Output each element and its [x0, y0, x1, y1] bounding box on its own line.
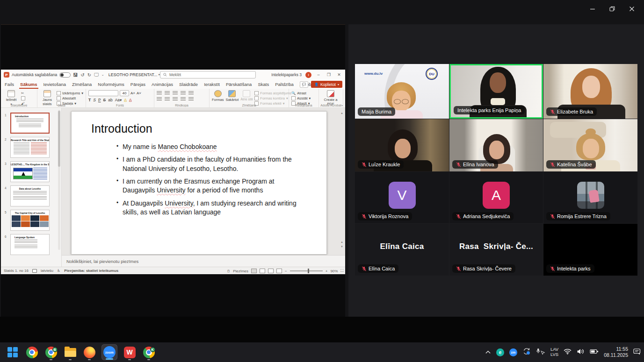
save-icon[interactable]: 🖫 — [73, 72, 78, 78]
align-right-icon[interactable] — [173, 97, 178, 101]
tab-parskatisana[interactable]: Pārskatīšana — [226, 81, 252, 88]
avatar-tile-adriana-sedjukevica[interactable]: A Adriana Sedjukeviča — [449, 172, 543, 223]
slide-canvas[interactable]: Introduction My name is Maneo Chobokoane… — [71, 111, 327, 255]
tab-ievietosana[interactable]: Ievietošana — [43, 81, 66, 88]
thumbnail-scrollbar[interactable] — [58, 110, 60, 250]
tab-sakums[interactable]: Sākums — [20, 81, 37, 88]
close-icon[interactable] — [626, 4, 637, 14]
language-indicator[interactable]: latviešu — [41, 269, 53, 273]
numbering-icon[interactable] — [165, 91, 170, 95]
video-tile-elina-ivanova[interactable]: Elīna Ivanova — [449, 119, 543, 171]
firefox-icon[interactable] — [82, 344, 96, 361]
align-center-icon[interactable] — [165, 97, 170, 101]
video-tile-intelekta-parks-dark[interactable]: Intelekta parks — [543, 224, 637, 276]
font-color-icon[interactable]: A̲ — [129, 98, 132, 102]
layout-button[interactable]: Izkārtojums ▾ — [57, 91, 83, 95]
start-button[interactable] — [6, 344, 20, 361]
reset-button[interactable]: Atiestatīt — [57, 96, 83, 100]
notes-toggle[interactable]: Piezīmes — [233, 269, 248, 273]
volume-icon[interactable] — [577, 348, 585, 356]
ppt-restore-button[interactable]: ❐ — [326, 72, 332, 77]
wifi-icon[interactable] — [564, 348, 572, 356]
shrink-font-icon[interactable]: A˅ — [137, 91, 141, 95]
present-icon[interactable]: 🖵 — [94, 72, 99, 78]
tab-slaidrade[interactable]: Slaidrāde — [179, 81, 198, 88]
zoom-out-button[interactable]: − — [285, 269, 287, 273]
video-tile-maija-burima[interactable]: www.du.lv DU Maija Burima — [355, 64, 449, 119]
slide-sorter-view-button[interactable] — [260, 269, 265, 273]
video-tile-enija-papina-active-speaker[interactable]: Intelekta parks Enija Papiņa — [449, 64, 543, 119]
change-case-icon[interactable]: Aa▾ — [115, 98, 122, 102]
previous-slide-button[interactable]: ▲ — [340, 240, 344, 244]
avatar-tile-romija-estrere-trizna[interactable]: Romija Estrere Trizna — [543, 172, 637, 223]
grow-font-icon[interactable]: A˄ — [130, 91, 135, 95]
name-tile-elina-caica[interactable]: Elīna Caica Elīna Caica — [355, 224, 449, 276]
columns-icon[interactable] — [188, 97, 194, 101]
minimize-button[interactable] — [587, 4, 598, 14]
bold-button[interactable]: T — [88, 98, 91, 102]
tab-skats[interactable]: Skats — [258, 81, 269, 88]
align-left-icon[interactable] — [157, 97, 162, 101]
font-name-input[interactable] — [88, 90, 118, 96]
eset-tray-icon[interactable]: e — [496, 348, 504, 356]
italic-button[interactable]: S — [93, 98, 96, 102]
zoom-tray-icon[interactable]: zm — [509, 348, 517, 356]
chrome-profile-b-icon[interactable]: B — [44, 344, 58, 361]
thumbnail-slide-3[interactable]: 3 LESOTHO..., The Kingdom in the Sky — [5, 161, 50, 182]
notes-toggle-icon[interactable]: 🗒 — [227, 270, 230, 273]
collapse-ribbon-icon[interactable]: ⌄ — [340, 103, 344, 107]
thumbnail-slide-6[interactable]: 6 Language Spoken — [5, 234, 50, 255]
chrome-profile-k-icon[interactable]: K — [142, 344, 156, 361]
thumbnail-slide-1[interactable]: 1 Introduction — [5, 113, 50, 134]
next-slide-button[interactable]: ▼ — [340, 245, 344, 249]
font-size-input[interactable]: 40 — [120, 90, 129, 96]
battery-icon[interactable] — [590, 348, 599, 356]
decrease-indent-icon[interactable] — [173, 91, 178, 95]
bullets-icon[interactable] — [157, 91, 162, 95]
redo-icon[interactable]: ↻ — [87, 72, 91, 78]
account-name[interactable]: Intelektpaparks 3 — [271, 72, 302, 77]
quick-styles-button[interactable]: Ātrie stili — [240, 90, 253, 101]
fit-to-window-icon[interactable]: ⛶ — [340, 269, 343, 273]
shape-outline-button[interactable]: Formas kontūra ▾ — [254, 96, 294, 100]
language-indicator[interactable]: LAV LVS — [550, 347, 558, 357]
notification-center-icon[interactable] — [633, 348, 641, 357]
zoom-in-button[interactable]: + — [326, 269, 328, 273]
ppt-minimize-button[interactable]: – — [315, 72, 322, 77]
tab-palidziba[interactable]: Palīdzība — [275, 81, 294, 88]
replace-button[interactable]: Aizstāt ▾ — [291, 96, 311, 100]
tray-chevron-up-icon[interactable] — [485, 348, 491, 356]
video-tile-elizabete-bruka[interactable]: Elizabete Bruka — [543, 64, 637, 119]
thumbnail-slide-4[interactable]: 4 Data about Lesotho — [5, 185, 50, 206]
account-avatar[interactable]: I — [305, 72, 311, 78]
share-button[interactable]: 👤Koplietot▾ — [311, 81, 342, 88]
video-tile-luize-kraukle[interactable]: Luīze Kraukle — [355, 119, 449, 171]
shape-fill-button[interactable]: Formas aizpildījums ▾ — [254, 91, 294, 95]
proofing-book-icon[interactable] — [32, 269, 37, 273]
name-tile-rasa-skrivla-cevere[interactable]: Rasa Skrivļa- Če... Rasa Skrivļa- Čevere — [449, 224, 543, 276]
mic-location-tray-icon[interactable] — [536, 348, 545, 357]
video-tile-katelina-svabe[interactable]: Katelīna Švābe — [543, 119, 637, 171]
find-button[interactable]: 🔍 Atrast — [291, 91, 311, 95]
slideshow-button[interactable] — [276, 269, 282, 273]
autosave-toggle[interactable] — [59, 72, 71, 78]
undo-icon[interactable]: ↺ — [80, 72, 84, 78]
wps-office-icon[interactable]: W — [123, 344, 137, 361]
normal-view-button[interactable] — [251, 269, 257, 273]
reading-view-button[interactable] — [268, 269, 274, 273]
arrange-button[interactable]: Sakārtot — [225, 90, 239, 102]
restore-button[interactable] — [607, 4, 618, 14]
zoom-slider[interactable] — [290, 270, 323, 271]
clock[interactable]: 11:55 08.11.2025 — [604, 346, 628, 358]
underline-button[interactable]: P — [98, 98, 101, 102]
highlight-color-icon[interactable]: A̲ — [124, 98, 127, 102]
tab-noformejums[interactable]: Noformējums — [98, 81, 124, 88]
chrome-icon[interactable] — [25, 344, 39, 361]
scroll-up-icon[interactable]: ▲ — [340, 111, 344, 115]
slide-scrollbar[interactable]: ▲ ▲ ▼ — [340, 111, 344, 255]
avatar-tile-viktorija-roznova[interactable]: V Viktorija Roznova — [355, 172, 449, 223]
accessibility-status[interactable]: Pieejamība: skatiet ieteikumus — [64, 269, 118, 273]
justify-icon[interactable] — [181, 97, 186, 101]
file-explorer-icon[interactable] — [63, 344, 77, 361]
tab-animacijas[interactable]: Animācijas — [152, 81, 173, 88]
